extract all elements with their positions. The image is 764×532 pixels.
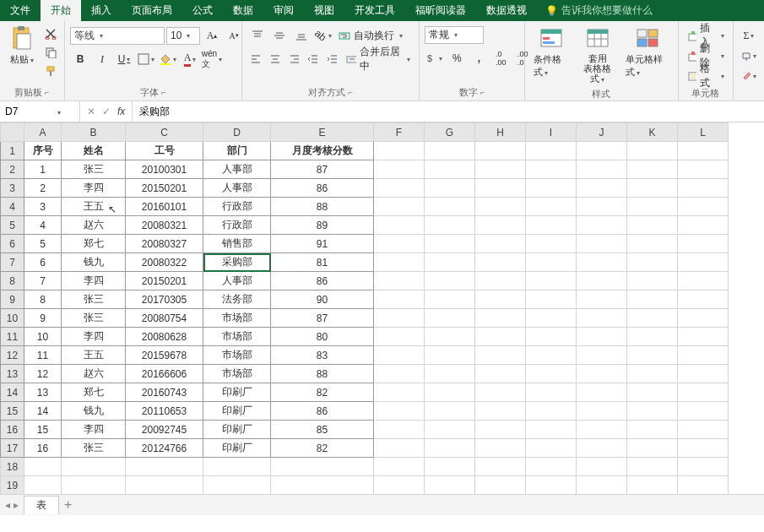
row-header-17[interactable]: 17 [1,439,24,458]
row-header-8[interactable]: 8 [1,272,24,290]
cell[interactable] [526,216,577,235]
cell[interactable] [203,458,271,476]
cell-A12[interactable]: 11 [24,346,62,365]
cell[interactable] [425,402,475,421]
cell-D2[interactable]: 人事部 [203,160,271,179]
cell-D15[interactable]: 印刷厂 [203,402,271,421]
cell[interactable] [577,346,627,365]
cell[interactable] [374,458,425,476]
cell[interactable] [475,421,526,439]
cell[interactable] [475,365,526,383]
col-header-E[interactable]: E [271,123,374,142]
col-header-L[interactable]: L [678,123,729,142]
cell[interactable] [627,179,678,198]
cell-A11[interactable]: 10 [24,328,62,346]
cell[interactable] [627,476,678,495]
format-painter-button[interactable] [42,63,59,79]
cell[interactable] [678,458,729,476]
align-middle-button[interactable] [269,26,290,45]
fill-color-button[interactable] [158,50,178,68]
font-launcher[interactable]: ⌐ [161,88,166,97]
cell-C15[interactable]: 20110653 [126,402,203,421]
cell-B12[interactable]: 王五 [62,346,126,365]
clear-button[interactable] [739,67,759,85]
cell-E14[interactable]: 82 [271,383,374,402]
cell-C16[interactable]: 20092745 [126,421,203,439]
cell[interactable] [374,290,425,309]
row-header-2[interactable]: 2 [1,160,24,179]
cell[interactable] [374,402,425,421]
number-format-combo[interactable]: 常规 [425,26,484,44]
col-header-I[interactable]: I [526,123,577,142]
cell-D14[interactable]: 印刷厂 [203,383,271,402]
cell[interactable] [425,253,475,272]
tell-me[interactable]: 💡 告诉我你想要做什么 [545,0,653,21]
cell[interactable] [627,328,678,346]
cell-E12[interactable]: 83 [271,346,374,365]
indent-left-button[interactable] [305,50,322,68]
cell-C11[interactable]: 20080628 [126,328,203,346]
tab-home[interactable]: 开始 [41,0,81,21]
cell[interactable] [526,402,577,421]
phonetic-button[interactable]: wén文 [202,50,222,68]
cell[interactable] [627,439,678,458]
row-header-1[interactable]: 1 [1,142,24,160]
cell-A13[interactable]: 12 [24,365,62,383]
cell[interactable] [475,142,526,160]
cell-E8[interactable]: 86 [271,272,374,290]
cell-A15[interactable]: 14 [24,402,62,421]
cell[interactable] [475,198,526,216]
cell-E9[interactable]: 90 [271,290,374,309]
table-header-cell[interactable]: 姓名 [62,142,126,160]
tab-developer[interactable]: 开发工具 [344,0,405,21]
row-header-5[interactable]: 5 [1,216,24,235]
cell[interactable] [425,346,475,365]
cell[interactable] [126,476,203,495]
row-header-14[interactable]: 14 [1,383,24,402]
cell-B2[interactable]: 张三 [62,160,126,179]
cell[interactable] [678,235,729,253]
cell-D17[interactable]: 印刷厂 [203,439,271,458]
col-header-H[interactable]: H [475,123,526,142]
cell-C14[interactable]: 20160743 [126,383,203,402]
cell-C3[interactable]: 20150201 [126,179,203,198]
cell[interactable] [475,346,526,365]
shrink-font-button[interactable]: A▾ [224,26,244,45]
cell[interactable] [374,328,425,346]
cell[interactable] [526,235,577,253]
cell[interactable] [475,309,526,328]
cell[interactable] [627,402,678,421]
cell[interactable] [577,383,627,402]
cell[interactable] [425,198,475,216]
cell[interactable] [374,198,425,216]
select-all-cell[interactable] [1,123,24,142]
cell-B10[interactable]: 张三 [62,309,126,328]
clipboard-launcher[interactable]: ⌐ [45,88,50,97]
cell[interactable] [526,272,577,290]
align-center-button[interactable] [267,50,284,68]
cell[interactable] [678,402,729,421]
cell[interactable] [526,142,577,160]
cell[interactable] [425,421,475,439]
row-header-18[interactable]: 18 [1,458,24,476]
cell[interactable] [627,421,678,439]
cell[interactable] [577,179,627,198]
cell[interactable] [678,476,729,495]
cell[interactable] [678,198,729,216]
tab-file[interactable]: 文件 [0,0,41,21]
cell[interactable] [627,235,678,253]
cell[interactable] [374,476,425,495]
cell[interactable] [203,476,271,495]
align-bottom-button[interactable] [291,26,312,45]
row-header-19[interactable]: 19 [1,476,24,495]
col-header-F[interactable]: F [374,123,425,142]
cell-E7[interactable]: 81 [271,253,374,272]
confirm-edit-icon[interactable]: ✓ [102,106,111,117]
sheet-tab[interactable]: 表 [24,496,59,514]
cell[interactable] [526,309,577,328]
cell[interactable] [425,476,475,495]
cell[interactable] [627,216,678,235]
row-header-9[interactable]: 9 [1,290,24,309]
cell[interactable] [475,290,526,309]
font-color-button[interactable]: A [180,50,200,68]
